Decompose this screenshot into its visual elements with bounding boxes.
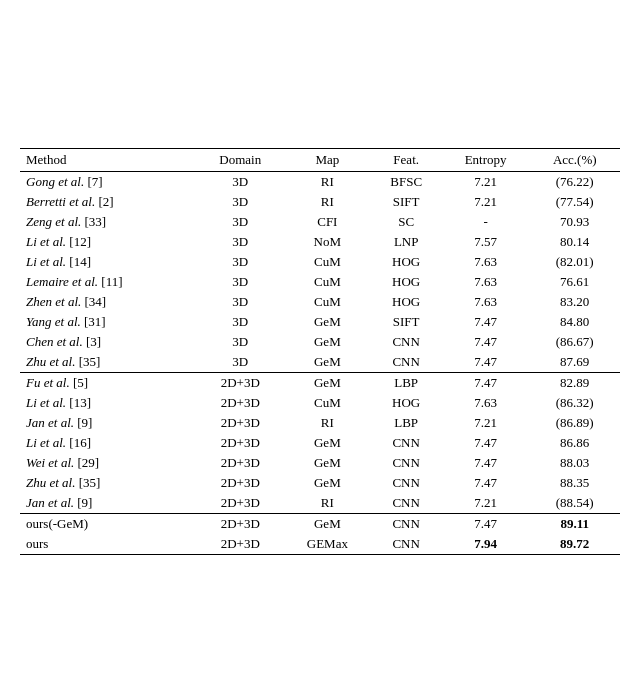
cell-domain: 3D (196, 232, 284, 252)
table-row: ours(-GeM)2D+3DGeMCNN7.4789.11 (20, 514, 620, 535)
cell-domain: 2D+3D (196, 413, 284, 433)
cell-entropy: 7.57 (442, 232, 530, 252)
cell-method: Jan et al. [9] (20, 493, 196, 514)
table-row: Zhu et al. [35]2D+3DGeMCNN7.4788.35 (20, 473, 620, 493)
col-header-feat-: Feat. (371, 149, 442, 172)
table-header: MethodDomainMapFeat.EntropyAcc.(%) (20, 149, 620, 172)
cell-feat: CNN (371, 514, 442, 535)
table-row: Li et al. [16]2D+3DGeMCNN7.4786.86 (20, 433, 620, 453)
cell-acc: (82.01) (529, 252, 620, 272)
cell-map: CuM (284, 393, 370, 413)
table-row: Wei et al. [29]2D+3DGeMCNN7.4788.03 (20, 453, 620, 473)
cell-map: RI (284, 413, 370, 433)
cell-method: Zhu et al. [35] (20, 473, 196, 493)
table-container: MethodDomainMapFeat.EntropyAcc.(%) Gong … (20, 142, 620, 555)
cell-feat: SIFT (371, 192, 442, 212)
cell-feat: BFSC (371, 172, 442, 193)
table-row: Chen et al. [3]3DGeMCNN7.47(86.67) (20, 332, 620, 352)
cell-method: Lemaire et al. [11] (20, 272, 196, 292)
col-header-acc----: Acc.(%) (529, 149, 620, 172)
cell-method: Li et al. [13] (20, 393, 196, 413)
table-row: Yang et al. [31]3DGeMSIFT7.4784.80 (20, 312, 620, 332)
cell-method: Li et al. [12] (20, 232, 196, 252)
cell-acc: 83.20 (529, 292, 620, 312)
table-row: Li et al. [13]2D+3DCuMHOG7.63(86.32) (20, 393, 620, 413)
cell-domain: 3D (196, 212, 284, 232)
cell-map: RI (284, 172, 370, 193)
cell-entropy: 7.21 (442, 192, 530, 212)
cell-map: GeM (284, 473, 370, 493)
table-row: Zhu et al. [35]3DGeMCNN7.4787.69 (20, 352, 620, 373)
col-header-method: Method (20, 149, 196, 172)
cell-acc: 82.89 (529, 373, 620, 394)
cell-feat: SIFT (371, 312, 442, 332)
cell-entropy: 7.63 (442, 252, 530, 272)
cell-method: Fu et al. [5] (20, 373, 196, 394)
cell-map: CuM (284, 252, 370, 272)
cell-domain: 3D (196, 312, 284, 332)
cell-map: GeM (284, 312, 370, 332)
cell-map: NoM (284, 232, 370, 252)
cell-entropy: 7.47 (442, 433, 530, 453)
cell-map: GeM (284, 352, 370, 373)
cell-feat: HOG (371, 272, 442, 292)
cell-domain: 3D (196, 292, 284, 312)
cell-domain: 2D+3D (196, 373, 284, 394)
cell-acc: 89.72 (529, 534, 620, 555)
cell-domain: 2D+3D (196, 393, 284, 413)
col-header-domain: Domain (196, 149, 284, 172)
col-header-map: Map (284, 149, 370, 172)
cell-acc: 88.03 (529, 453, 620, 473)
cell-entropy: 7.63 (442, 292, 530, 312)
cell-entropy: 7.21 (442, 493, 530, 514)
comparison-table: MethodDomainMapFeat.EntropyAcc.(%) Gong … (20, 148, 620, 555)
cell-domain: 2D+3D (196, 473, 284, 493)
cell-feat: LNP (371, 232, 442, 252)
cell-method: Gong et al. [7] (20, 172, 196, 193)
cell-domain: 3D (196, 192, 284, 212)
cell-map: GeM (284, 453, 370, 473)
cell-entropy: 7.63 (442, 393, 530, 413)
cell-map: GeM (284, 332, 370, 352)
cell-feat: LBP (371, 373, 442, 394)
cell-domain: 2D+3D (196, 493, 284, 514)
cell-entropy: 7.47 (442, 373, 530, 394)
cell-map: CFI (284, 212, 370, 232)
cell-entropy: 7.47 (442, 514, 530, 535)
cell-entropy: 7.47 (442, 473, 530, 493)
table-row: ours2D+3DGEMaxCNN7.9489.72 (20, 534, 620, 555)
cell-domain: 3D (196, 252, 284, 272)
cell-acc: (88.54) (529, 493, 620, 514)
table-row: Lemaire et al. [11]3DCuMHOG7.6376.61 (20, 272, 620, 292)
cell-acc: (86.67) (529, 332, 620, 352)
cell-entropy: 7.21 (442, 172, 530, 193)
cell-method: Jan et al. [9] (20, 413, 196, 433)
cell-feat: CNN (371, 332, 442, 352)
cell-feat: CNN (371, 493, 442, 514)
table-row: Jan et al. [9]2D+3DRILBP7.21(86.89) (20, 413, 620, 433)
table-row: Berretti et al. [2]3DRISIFT7.21(77.54) (20, 192, 620, 212)
table-row: Li et al. [12]3DNoMLNP7.5780.14 (20, 232, 620, 252)
cell-acc: 87.69 (529, 352, 620, 373)
cell-feat: HOG (371, 252, 442, 272)
cell-acc: (86.89) (529, 413, 620, 433)
cell-method: Chen et al. [3] (20, 332, 196, 352)
cell-domain: 2D+3D (196, 433, 284, 453)
cell-acc: 89.11 (529, 514, 620, 535)
cell-method: Berretti et al. [2] (20, 192, 196, 212)
cell-map: CuM (284, 292, 370, 312)
cell-acc: (86.32) (529, 393, 620, 413)
table-row: Zeng et al. [33]3DCFISC-70.93 (20, 212, 620, 232)
cell-entropy: 7.47 (442, 332, 530, 352)
cell-feat: CNN (371, 433, 442, 453)
cell-domain: 2D+3D (196, 453, 284, 473)
cell-method: Li et al. [14] (20, 252, 196, 272)
table-row: Jan et al. [9]2D+3DRICNN7.21(88.54) (20, 493, 620, 514)
cell-acc: 80.14 (529, 232, 620, 252)
cell-domain: 2D+3D (196, 514, 284, 535)
cell-feat: CNN (371, 352, 442, 373)
cell-entropy: - (442, 212, 530, 232)
cell-map: GeM (284, 433, 370, 453)
cell-acc: 86.86 (529, 433, 620, 453)
cell-method: Wei et al. [29] (20, 453, 196, 473)
